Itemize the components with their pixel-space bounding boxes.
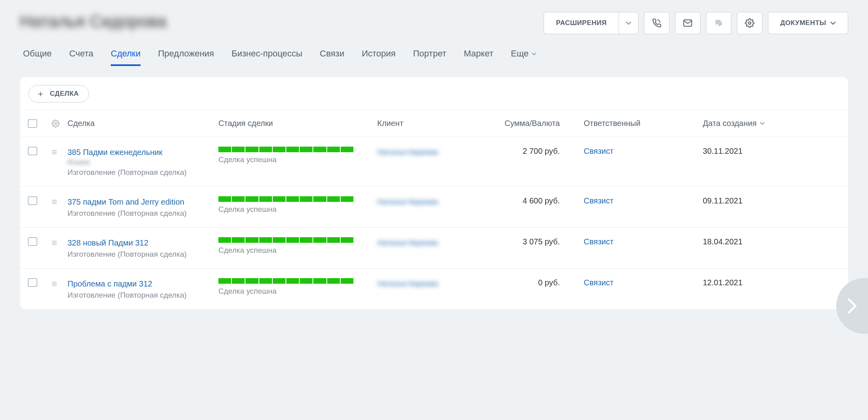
stage-progress[interactable] [218,196,353,202]
deal-subtitle: Изготовление (Повторная сделка) [68,250,218,259]
gear-icon [745,18,754,28]
documents-label: ДОКУМЕНТЫ [780,19,826,27]
col-deal[interactable]: Сделка [68,119,218,128]
tab-market[interactable]: Маркет [464,48,494,66]
deal-title-link[interactable]: Проблема с падми 312 [68,278,218,289]
documents-button[interactable]: ДОКУМЕНТЫ [768,12,848,34]
table-row: ≡ 385 Падми еженедельник Кошка Изготовле… [20,137,848,186]
add-deal-button[interactable]: ＋ СДЕЛКА [29,85,89,103]
responsible-link[interactable]: Связист [584,278,703,287]
deal-subtitle: Изготовление (Повторная сделка) [68,291,218,300]
chevron-right-icon [847,298,857,314]
table-row: ≡ Проблема с падми 312 Изготовление (Пов… [20,268,848,309]
drag-handle-icon[interactable]: ≡ [52,147,68,157]
table-header: Сделка Стадия сделки Клиент Сумма/Валюта… [20,110,848,137]
chevron-down-icon [532,52,536,55]
extensions-button[interactable]: РАСШИРЕНИЯ [544,12,619,34]
gear-icon [52,120,68,128]
client-blurred[interactable]: Наталья Киреева [377,147,480,158]
deal-title-link[interactable]: 385 Падми еженедельник [68,147,218,158]
col-client[interactable]: Клиент [377,119,480,128]
tab-links[interactable]: Связи [320,48,344,66]
svg-point-1 [748,22,751,24]
client-blurred[interactable]: Наталья Киреева [377,278,480,290]
select-all-checkbox[interactable] [28,119,37,128]
chevron-down-icon [830,21,836,25]
col-stage[interactable]: Стадия сделки [218,119,377,128]
responsible-link[interactable]: Связист [584,147,703,156]
stage-label: Сделка успешна [218,205,377,214]
table-row: ≡ 375 падми Tom and Jerry edition Изгото… [20,186,848,227]
deal-title-link[interactable]: 375 падми Tom and Jerry edition [68,196,218,207]
stage-label: Сделка успешна [218,155,377,164]
col-created-label: Дата создания [703,119,757,128]
header-actions: РАСШИРЕНИЯ ДОКУМЕНТЫ [544,12,848,34]
stage-progress[interactable] [218,147,353,152]
chevron-down-icon [760,122,765,125]
tab-deals[interactable]: Сделки [111,48,141,66]
drag-handle-icon[interactable]: ≡ [52,237,68,248]
svg-point-2 [55,122,57,124]
client-blurred[interactable]: Наталья Киреева [377,237,480,249]
chevron-down-icon [626,21,631,25]
stage-label: Сделка успешна [218,287,377,296]
mail-icon [683,18,692,28]
deal-amount: 3 075 руб. [480,237,584,246]
extensions-dropdown[interactable] [619,12,638,34]
col-created[interactable]: Дата создания [703,119,840,128]
chat-button[interactable] [706,12,731,34]
page-title-blurred: Наталья Сидорова [20,12,166,31]
add-deal-label: СДЕЛКА [50,90,79,98]
deal-amount: 4 600 руб. [480,196,584,205]
drag-handle-icon[interactable]: ≡ [52,196,68,207]
created-date: 12.01.2021 [703,278,840,287]
tab-offers[interactable]: Предложения [158,48,214,66]
deal-title-blurred: Кошка [68,158,218,166]
drag-handle-icon[interactable]: ≡ [52,278,68,288]
tab-general[interactable]: Общие [23,48,52,66]
tab-history[interactable]: История [362,48,395,66]
stage-progress[interactable] [218,237,353,243]
row-checkbox[interactable] [28,278,37,287]
deals-panel: ＋ СДЕЛКА Сделка Стадия сделки Клиент Сум… [20,77,848,309]
tab-more[interactable]: Еще [511,48,536,66]
tab-more-label: Еще [511,48,529,59]
col-responsible[interactable]: Ответственный [584,119,703,128]
deal-amount: 0 руб. [480,278,584,287]
client-blurred[interactable]: Наталья Киреева [377,196,480,208]
created-date: 30.11.2021 [703,147,840,156]
deal-title-link[interactable]: 328 новый Падми 312 [68,237,218,248]
stage-label: Сделка успешна [218,246,377,255]
created-date: 09.11.2021 [703,196,840,205]
tab-business-processes[interactable]: Бизнес-процессы [231,48,302,66]
responsible-link[interactable]: Связист [584,237,703,246]
tabs: Общие Счета Сделки Предложения Бизнес-пр… [0,34,868,66]
settings-button[interactable] [737,12,762,34]
table-settings-button[interactable] [52,120,68,128]
call-button[interactable] [644,12,669,34]
phone-icon [652,18,662,28]
stage-progress[interactable] [218,278,353,284]
deal-subtitle: Изготовление (Повторная сделка) [68,168,218,177]
col-amount[interactable]: Сумма/Валюта [480,119,584,128]
table-row: ≡ 328 новый Падми 312 Изготовление (Повт… [20,227,848,268]
chat-icon [714,18,723,28]
row-checkbox[interactable] [28,147,37,155]
tab-portrait[interactable]: Портрет [413,48,446,66]
tab-invoices[interactable]: Счета [69,48,93,66]
created-date: 18.04.2021 [703,237,840,246]
plus-icon: ＋ [36,89,45,98]
deal-amount: 2 700 руб. [480,147,584,156]
row-checkbox[interactable] [28,196,37,205]
responsible-link[interactable]: Связист [584,196,703,205]
email-button[interactable] [675,12,700,34]
deal-subtitle: Изготовление (Повторная сделка) [68,209,218,218]
row-checkbox[interactable] [28,237,37,246]
